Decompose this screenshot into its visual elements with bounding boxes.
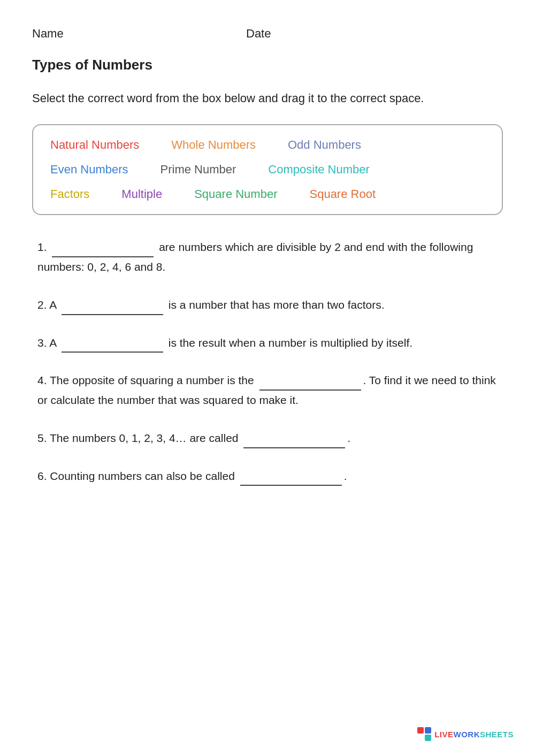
lw-text: LIVEWORKSHEETS: [434, 730, 514, 739]
questions-section: 1. are numbers which are divisible by 2 …: [32, 236, 503, 486]
q3-text: is the result when a number is multiplie…: [165, 337, 412, 349]
lw-icon-teal: [425, 735, 431, 741]
q1-blank[interactable]: [52, 236, 154, 257]
lw-work: WORK: [453, 730, 480, 739]
q5-before: 5. The numbers 0, 1, 2, 3, 4… are called: [37, 432, 241, 444]
q6-before: 6. Counting numbers can also be called: [37, 470, 238, 482]
word-box: Natural Numbers Whole Numbers Odd Number…: [32, 124, 503, 215]
q2-text: is a number that has more than two facto…: [165, 299, 385, 311]
lw-live: LIVE: [434, 730, 453, 739]
lw-icon: [417, 727, 431, 741]
q2-number: 2. A: [37, 299, 59, 311]
question-5: 5. The numbers 0, 1, 2, 3, 4… are called…: [37, 427, 503, 448]
word-box-row-1: Natural Numbers Whole Numbers Odd Number…: [50, 138, 485, 152]
header-row: Name Date: [32, 27, 503, 41]
question-6: 6. Counting numbers can also be called .: [37, 465, 503, 486]
word-box-row-2: Even Numbers Prime Number Composite Numb…: [50, 163, 485, 177]
q2-blank[interactable]: [62, 294, 163, 315]
q5-after: .: [347, 432, 350, 444]
name-label: Name: [32, 27, 246, 41]
word-natural-numbers[interactable]: Natural Numbers: [50, 138, 139, 152]
q5-blank[interactable]: [243, 427, 345, 448]
question-2: 2. A is a number that has more than two …: [37, 294, 503, 315]
question-4: 4. The opposite of squaring a number is …: [37, 370, 503, 410]
word-square-number[interactable]: Square Number: [194, 187, 277, 201]
lw-sheets: SHEETS: [480, 730, 514, 739]
date-label: Date: [246, 27, 271, 41]
word-multiple[interactable]: Multiple: [121, 187, 162, 201]
page-title: Types of Numbers: [32, 57, 503, 73]
question-1: 1. are numbers which are divisible by 2 …: [37, 236, 503, 277]
liveworksheets-logo: LIVEWORKSHEETS: [417, 727, 514, 741]
word-factors[interactable]: Factors: [50, 187, 89, 201]
word-box-row-3: Factors Multiple Square Number Square Ro…: [50, 187, 485, 201]
word-composite-number[interactable]: Composite Number: [268, 163, 370, 177]
q3-number: 3. A: [37, 337, 59, 349]
q4-before: 4. The opposite of squaring a number is …: [37, 374, 257, 386]
question-3: 3. A is the result when a number is mult…: [37, 332, 503, 353]
lw-icon-red: [417, 727, 424, 734]
word-prime-number[interactable]: Prime Number: [160, 163, 236, 177]
q6-after: .: [344, 470, 347, 482]
word-square-root[interactable]: Square Root: [309, 187, 376, 201]
instructions: Select the correct word from the box bel…: [32, 88, 503, 108]
q3-blank[interactable]: [62, 332, 163, 353]
lw-icon-blue: [425, 727, 431, 734]
q1-number: 1.: [37, 241, 50, 253]
word-even-numbers[interactable]: Even Numbers: [50, 163, 128, 177]
q4-blank[interactable]: [259, 370, 361, 391]
word-odd-numbers[interactable]: Odd Numbers: [288, 138, 361, 152]
word-whole-numbers[interactable]: Whole Numbers: [171, 138, 256, 152]
q6-blank[interactable]: [240, 465, 342, 486]
